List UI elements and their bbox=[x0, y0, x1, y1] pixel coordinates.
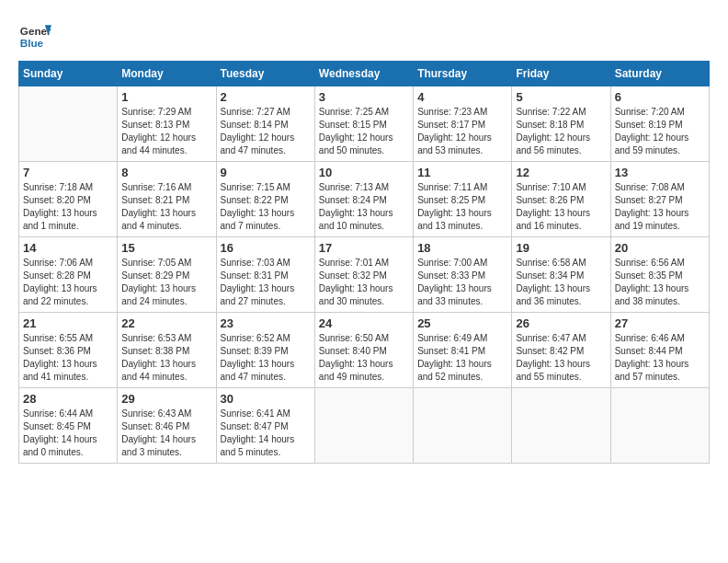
day-number: 20 bbox=[615, 241, 705, 255]
day-info: Sunrise: 6:49 AMSunset: 8:41 PMDaylight:… bbox=[417, 332, 507, 384]
day-cell: 10Sunrise: 7:13 AMSunset: 8:24 PMDayligh… bbox=[314, 162, 413, 237]
column-header-wednesday: Wednesday bbox=[314, 62, 413, 86]
logo-icon: General Blue bbox=[18, 18, 51, 52]
week-row-5: 28Sunrise: 6:44 AMSunset: 8:45 PMDayligh… bbox=[19, 388, 710, 464]
day-cell: 4Sunrise: 7:23 AMSunset: 8:17 PMDaylight… bbox=[414, 86, 512, 162]
day-cell: 18Sunrise: 7:00 AMSunset: 8:33 PMDayligh… bbox=[414, 237, 512, 313]
day-cell: 3Sunrise: 7:25 AMSunset: 8:15 PMDaylight… bbox=[314, 86, 413, 162]
day-cell bbox=[414, 388, 512, 464]
day-info: Sunrise: 6:52 AMSunset: 8:39 PMDaylight:… bbox=[221, 332, 311, 384]
svg-text:Blue: Blue bbox=[20, 37, 44, 49]
day-number: 18 bbox=[417, 241, 507, 255]
day-number: 8 bbox=[121, 166, 211, 179]
day-cell: 12Sunrise: 7:10 AMSunset: 8:26 PMDayligh… bbox=[512, 162, 610, 237]
day-number: 5 bbox=[516, 90, 606, 104]
day-cell: 14Sunrise: 7:06 AMSunset: 8:28 PMDayligh… bbox=[19, 237, 118, 313]
column-header-friday: Friday bbox=[512, 62, 610, 86]
day-info: Sunrise: 7:08 AMSunset: 8:27 PMDaylight:… bbox=[615, 181, 705, 233]
day-info: Sunrise: 7:11 AMSunset: 8:25 PMDaylight:… bbox=[417, 181, 507, 233]
day-cell: 29Sunrise: 6:43 AMSunset: 8:46 PMDayligh… bbox=[118, 388, 216, 464]
day-cell: 28Sunrise: 6:44 AMSunset: 8:45 PMDayligh… bbox=[19, 388, 118, 464]
day-number: 12 bbox=[516, 166, 606, 179]
day-cell: 20Sunrise: 6:56 AMSunset: 8:35 PMDayligh… bbox=[610, 237, 709, 313]
week-row-2: 7Sunrise: 7:18 AMSunset: 8:20 PMDaylight… bbox=[19, 162, 710, 237]
day-info: Sunrise: 7:13 AMSunset: 8:24 PMDaylight:… bbox=[319, 181, 409, 233]
day-cell: 5Sunrise: 7:22 AMSunset: 8:18 PMDaylight… bbox=[512, 86, 610, 162]
day-info: Sunrise: 7:06 AMSunset: 8:28 PMDaylight:… bbox=[23, 257, 113, 308]
day-number: 15 bbox=[121, 241, 211, 255]
day-cell: 25Sunrise: 6:49 AMSunset: 8:41 PMDayligh… bbox=[414, 313, 512, 388]
day-cell: 8Sunrise: 7:16 AMSunset: 8:21 PMDaylight… bbox=[118, 162, 216, 237]
day-info: Sunrise: 7:22 AMSunset: 8:18 PMDaylight:… bbox=[516, 106, 606, 157]
day-number: 7 bbox=[23, 166, 113, 179]
day-cell: 1Sunrise: 7:29 AMSunset: 8:13 PMDaylight… bbox=[118, 86, 216, 162]
day-info: Sunrise: 6:44 AMSunset: 8:45 PMDaylight:… bbox=[23, 408, 113, 459]
day-cell: 26Sunrise: 6:47 AMSunset: 8:42 PMDayligh… bbox=[512, 313, 610, 388]
day-number: 6 bbox=[615, 90, 705, 104]
day-cell: 7Sunrise: 7:18 AMSunset: 8:20 PMDaylight… bbox=[19, 162, 118, 237]
day-cell: 23Sunrise: 6:52 AMSunset: 8:39 PMDayligh… bbox=[216, 313, 314, 388]
day-number: 26 bbox=[516, 316, 606, 330]
day-cell bbox=[314, 388, 413, 464]
day-cell: 24Sunrise: 6:50 AMSunset: 8:40 PMDayligh… bbox=[314, 313, 413, 388]
day-cell: 22Sunrise: 6:53 AMSunset: 8:38 PMDayligh… bbox=[118, 313, 216, 388]
day-cell: 17Sunrise: 7:01 AMSunset: 8:32 PMDayligh… bbox=[314, 237, 413, 313]
day-info: Sunrise: 6:58 AMSunset: 8:34 PMDaylight:… bbox=[516, 257, 606, 308]
day-number: 22 bbox=[121, 316, 211, 330]
day-info: Sunrise: 7:27 AMSunset: 8:14 PMDaylight:… bbox=[221, 106, 311, 157]
day-cell: 2Sunrise: 7:27 AMSunset: 8:14 PMDaylight… bbox=[216, 86, 314, 162]
day-info: Sunrise: 7:18 AMSunset: 8:20 PMDaylight:… bbox=[23, 181, 113, 233]
day-info: Sunrise: 6:41 AMSunset: 8:47 PMDaylight:… bbox=[221, 408, 311, 459]
day-number: 13 bbox=[615, 166, 705, 179]
day-number: 21 bbox=[23, 316, 113, 330]
column-header-saturday: Saturday bbox=[610, 62, 709, 86]
day-info: Sunrise: 7:20 AMSunset: 8:19 PMDaylight:… bbox=[615, 106, 705, 157]
column-header-sunday: Sunday bbox=[19, 62, 118, 86]
day-info: Sunrise: 6:50 AMSunset: 8:40 PMDaylight:… bbox=[319, 332, 409, 384]
day-number: 1 bbox=[121, 90, 211, 104]
day-cell bbox=[19, 86, 118, 162]
week-row-3: 14Sunrise: 7:06 AMSunset: 8:28 PMDayligh… bbox=[19, 237, 710, 313]
day-info: Sunrise: 7:01 AMSunset: 8:32 PMDaylight:… bbox=[319, 257, 409, 308]
day-number: 11 bbox=[417, 166, 507, 179]
day-info: Sunrise: 6:56 AMSunset: 8:35 PMDaylight:… bbox=[615, 257, 705, 308]
day-info: Sunrise: 6:53 AMSunset: 8:38 PMDaylight:… bbox=[121, 332, 211, 384]
day-cell: 27Sunrise: 6:46 AMSunset: 8:44 PMDayligh… bbox=[610, 313, 709, 388]
day-info: Sunrise: 7:10 AMSunset: 8:26 PMDaylight:… bbox=[516, 181, 606, 233]
column-header-tuesday: Tuesday bbox=[216, 62, 314, 86]
day-cell: 30Sunrise: 6:41 AMSunset: 8:47 PMDayligh… bbox=[216, 388, 314, 464]
day-number: 25 bbox=[417, 316, 507, 330]
page-header: General Blue bbox=[18, 18, 710, 52]
day-info: Sunrise: 7:16 AMSunset: 8:21 PMDaylight:… bbox=[121, 181, 211, 233]
day-info: Sunrise: 7:23 AMSunset: 8:17 PMDaylight:… bbox=[417, 106, 507, 157]
day-number: 16 bbox=[221, 241, 311, 255]
day-cell: 21Sunrise: 6:55 AMSunset: 8:36 PMDayligh… bbox=[19, 313, 118, 388]
day-info: Sunrise: 7:00 AMSunset: 8:33 PMDaylight:… bbox=[417, 257, 507, 308]
day-cell: 19Sunrise: 6:58 AMSunset: 8:34 PMDayligh… bbox=[512, 237, 610, 313]
day-number: 4 bbox=[417, 90, 507, 104]
day-cell: 11Sunrise: 7:11 AMSunset: 8:25 PMDayligh… bbox=[414, 162, 512, 237]
day-info: Sunrise: 7:05 AMSunset: 8:29 PMDaylight:… bbox=[121, 257, 211, 308]
day-number: 23 bbox=[221, 316, 311, 330]
day-number: 17 bbox=[319, 241, 409, 255]
column-header-thursday: Thursday bbox=[414, 62, 512, 86]
day-info: Sunrise: 6:46 AMSunset: 8:44 PMDaylight:… bbox=[615, 332, 705, 384]
day-number: 2 bbox=[221, 90, 311, 104]
day-number: 28 bbox=[23, 392, 113, 406]
day-number: 14 bbox=[23, 241, 113, 255]
day-cell: 6Sunrise: 7:20 AMSunset: 8:19 PMDaylight… bbox=[610, 86, 709, 162]
day-info: Sunrise: 7:15 AMSunset: 8:22 PMDaylight:… bbox=[221, 181, 311, 233]
logo: General Blue bbox=[18, 18, 51, 52]
day-number: 9 bbox=[221, 166, 311, 179]
day-cell bbox=[512, 388, 610, 464]
day-number: 19 bbox=[516, 241, 606, 255]
day-cell: 13Sunrise: 7:08 AMSunset: 8:27 PMDayligh… bbox=[610, 162, 709, 237]
day-info: Sunrise: 6:55 AMSunset: 8:36 PMDaylight:… bbox=[23, 332, 113, 384]
calendar-table: SundayMondayTuesdayWednesdayThursdayFrid… bbox=[18, 61, 710, 464]
day-cell: 9Sunrise: 7:15 AMSunset: 8:22 PMDaylight… bbox=[216, 162, 314, 237]
day-cell: 15Sunrise: 7:05 AMSunset: 8:29 PMDayligh… bbox=[118, 237, 216, 313]
day-number: 27 bbox=[615, 316, 705, 330]
day-info: Sunrise: 6:47 AMSunset: 8:42 PMDaylight:… bbox=[516, 332, 606, 384]
day-info: Sunrise: 7:29 AMSunset: 8:13 PMDaylight:… bbox=[121, 106, 211, 157]
day-info: Sunrise: 7:03 AMSunset: 8:31 PMDaylight:… bbox=[221, 257, 311, 308]
